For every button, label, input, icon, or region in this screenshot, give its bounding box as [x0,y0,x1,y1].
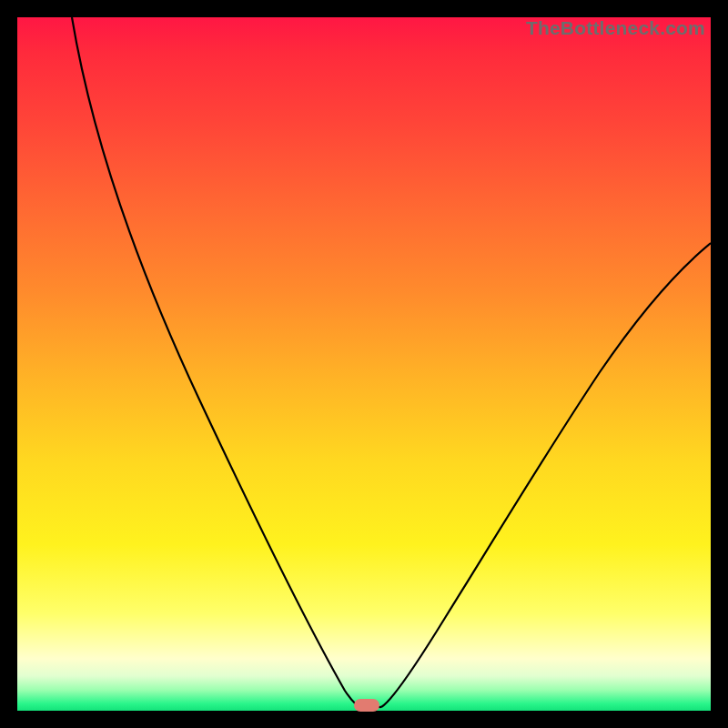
plot-area: TheBottleneck.com [17,17,711,711]
optimal-marker [354,699,379,712]
chart-frame: TheBottleneck.com [0,0,728,728]
bottleneck-curve [17,17,711,711]
